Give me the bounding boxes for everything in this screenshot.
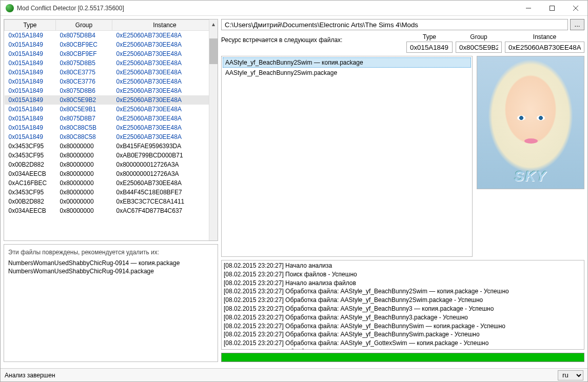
table-row[interactable]: 0x015A18490x80CE37760xE25060AB730EE48A [5, 77, 218, 86]
field-group[interactable] [456, 42, 502, 53]
resource-found-label: Ресурс встречается в следующих файлах: [221, 33, 402, 47]
app-window: Mod Conflict Detector [0.2.5517.35600] T… [0, 0, 588, 382]
log-line: [08.02.2015 23:20:27] Поиск файлов - Усп… [224, 270, 582, 279]
table-row[interactable]: 0x015A18490x8075D8B70xE25060AB730EE48A [5, 114, 218, 123]
log-line: [08.02.2015 23:20:27] Обработка файла: A… [224, 339, 582, 348]
log-line: [08.02.2015 23:20:27] Начало анализа [224, 262, 582, 270]
field-type-label: Type [423, 33, 436, 42]
damaged-files-label: Эти файлы повреждены, рекомендуется удал… [8, 247, 213, 259]
preview-watermark: SKY [477, 168, 584, 185]
table-row[interactable]: 0x015A18490x80CBF9EF0xE25060AB730EE48A [5, 49, 218, 58]
table-row[interactable]: 0x00B2D8820x800000000x8000000012726A3A [5, 160, 218, 169]
list-item[interactable]: NumbersWomanUsedShabbyChicRug-0914 — коп… [8, 259, 213, 267]
table-row[interactable]: 0x015A18490x8075D8B60xE25060AB730EE48A [5, 86, 218, 95]
svg-rect-1 [550, 6, 555, 10]
table-row[interactable]: 0x015A18490x8075D8B50xE25060AB730EE48A [5, 58, 218, 68]
list-item[interactable]: NumbersWomanUsedShabbyChicRug-0914.packa… [8, 267, 213, 275]
progress-bar [221, 353, 584, 362]
mods-path-input[interactable] [221, 19, 568, 30]
log-line: [08.02.2015 23:20:27] Обработка файла: A… [224, 296, 582, 305]
log-line: [08.02.2015 23:20:27] Обработка файла: A… [224, 305, 582, 313]
scroll-up-icon[interactable]: ▴ [209, 19, 218, 28]
table-row[interactable]: 0x015A18490x80C5E9B20xE25060AB730EE48A [5, 95, 218, 105]
browse-button[interactable]: ... [570, 19, 584, 30]
table-row[interactable]: 0x015A18490x8075D8B40xE25060AB730EE48A [5, 31, 218, 41]
close-button[interactable] [564, 1, 587, 16]
field-instance[interactable] [505, 42, 584, 53]
resource-table[interactable]: Type Group Instance 0x015A18490x8075D8B4… [4, 19, 218, 215]
table-row[interactable]: 0x034AEECB0x800000000x8000000012726A3A [5, 169, 218, 178]
damaged-files-panel: Эти файлы повреждены, рекомендуется удал… [4, 244, 218, 362]
log-line: [08.02.2015 23:20:27] Обработка файла: A… [224, 322, 582, 331]
field-type[interactable] [406, 42, 453, 53]
log-line: [08.02.2015 23:20:27] Обработка файла: A… [224, 313, 582, 322]
field-instance-label: Instance [533, 33, 556, 42]
col-instance[interactable]: Instance [112, 20, 218, 31]
table-scrollbar[interactable]: ▴ [209, 19, 218, 240]
statusbar: Анализ завершен ru [1, 368, 587, 381]
table-row[interactable]: 0x015A18490x80C88C580xE25060AB730EE48A [5, 132, 218, 142]
conflict-file-list[interactable]: AAStyle_yf_BeachBunny2Swim — копия.packa… [221, 56, 473, 257]
log-line: [08.02.2015 23:20:27] Обработка файла: A… [224, 330, 582, 339]
col-group[interactable]: Group [56, 20, 112, 31]
table-row[interactable]: 0x3453CF950x800000000xB415FAE9596393DA [5, 142, 218, 151]
table-row[interactable]: 0xAC16FBEC0x800000000xE25060AB730EE48A [5, 178, 218, 188]
log-line: [08.02.2015 23:20:27] Начало анализа фай… [224, 279, 582, 288]
window-controls [517, 1, 587, 16]
table-row[interactable]: 0x015A18490x80C88C5B0xE25060AB730EE48A [5, 123, 218, 132]
preview-image: SKY [477, 56, 584, 189]
log-line: [08.02.2015 23:20:27] Обработка файла: A… [224, 287, 582, 296]
table-row[interactable]: 0x015A18490x80CE37750xE25060AB730EE48A [5, 68, 218, 77]
maximize-button[interactable] [540, 1, 564, 16]
table-row[interactable]: 0x3453CF950x800000000xAB0E799BCD000B71 [5, 151, 218, 160]
table-row[interactable]: 0x015A18490x80CBF9EC0xE25060AB730EE48A [5, 40, 218, 49]
titlebar: Mod Conflict Detector [0.2.5517.35600] [1, 1, 587, 16]
app-icon [6, 4, 14, 12]
col-type[interactable]: Type [5, 20, 56, 31]
minimize-button[interactable] [517, 1, 540, 16]
table-row[interactable]: 0x034AEECB0x800000000xAC67F4D877B4C637 [5, 206, 218, 215]
table-row[interactable]: 0x3453CF950x800000000xB44F45C18E08BFE7 [5, 188, 218, 197]
language-select[interactable]: ru [558, 370, 583, 380]
resource-table-panel: Type Group Instance 0x015A18490x8075D8B4… [4, 19, 218, 241]
table-row[interactable]: 0x015A18490x80C5E9B10xE25060AB730EE48A [5, 105, 218, 114]
damaged-files-list[interactable]: NumbersWomanUsedShabbyChicRug-0914 — коп… [8, 259, 213, 275]
log-line: [08.02.2015 23:20:27] Обработка файла: A… [224, 348, 582, 350]
list-item[interactable]: AAStyle_yf_BeachBunny2Swim — копия.packa… [223, 57, 471, 68]
status-text: Анализ завершен [5, 372, 55, 379]
window-title: Mod Conflict Detector [0.2.5517.35600] [17, 5, 517, 12]
log-panel[interactable]: [08.02.2015 23:20:27] Начало анализа[08.… [221, 260, 584, 350]
scroll-thumb[interactable] [209, 38, 218, 64]
table-row[interactable]: 0x00B2D8820x000000000xEB3C3C7CEC8A1411 [5, 197, 218, 206]
list-item[interactable]: AAStyle_yf_BeachBunny2Swim.package [223, 68, 471, 78]
field-group-label: Group [470, 33, 487, 42]
